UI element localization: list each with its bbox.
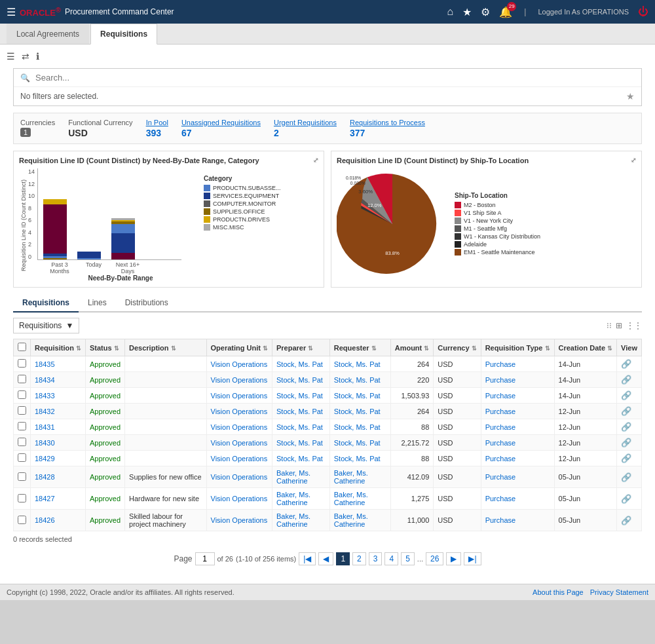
status-link[interactable]: Approved [90, 423, 121, 431]
settings-icon[interactable]: ⚙ [481, 6, 490, 18]
preparer-link[interactable]: Stock, Ms. Pat [276, 392, 323, 400]
row-checkbox-cell[interactable] [14, 372, 31, 388]
requester-link[interactable]: Baker, Ms. Catherine [334, 512, 368, 528]
home-icon[interactable]: ⌂ [447, 6, 454, 18]
stat-urgent-value[interactable]: 2 [274, 128, 337, 138]
status-link[interactable]: Approved [90, 360, 121, 368]
select-all-checkbox-header[interactable] [14, 339, 31, 356]
pagination-prev[interactable]: ◀ [318, 552, 333, 565]
row-checkbox[interactable] [18, 390, 26, 399]
status-link[interactable]: Approved [90, 439, 121, 447]
op-unit-link[interactable]: Vision Operations [211, 376, 268, 384]
stat-in-pool-value[interactable]: 393 [146, 128, 168, 138]
row-checkbox-cell[interactable] [14, 510, 31, 531]
pagination-page-26[interactable]: 26 [426, 552, 443, 565]
table-icon-1[interactable]: ⁝⁝ [607, 321, 612, 330]
power-icon[interactable]: ⏻ [638, 6, 648, 18]
select-all-checkbox[interactable] [18, 343, 26, 351]
pie-chart-expand-icon[interactable]: ⤢ [631, 157, 636, 164]
req-type-link[interactable]: Purchase [485, 360, 515, 368]
pagination-page-3[interactable]: 3 [369, 552, 383, 565]
bar-chart-expand-icon[interactable]: ⤢ [313, 157, 318, 164]
col-header-status[interactable]: Status ⇅ [85, 339, 124, 356]
row-checkbox[interactable] [18, 406, 26, 415]
requester-link[interactable]: Stock, Ms. Pat [334, 423, 381, 431]
preparer-link[interactable]: Baker, Ms. Catherine [276, 469, 310, 485]
req-type-link[interactable]: Purchase [485, 455, 515, 463]
row-checkbox-cell[interactable] [14, 356, 31, 372]
col-header-creation-date[interactable]: Creation Date ⇅ [554, 339, 617, 356]
page-input[interactable] [195, 552, 215, 565]
requester-link[interactable]: Baker, Ms. Catherine [334, 469, 368, 485]
row-checkbox-cell[interactable] [14, 451, 31, 466]
col-header-req-type[interactable]: Requisition Type ⇅ [481, 339, 554, 356]
col-header-requisition[interactable]: Requisition ⇅ [31, 339, 86, 356]
preparer-link[interactable]: Stock, Ms. Pat [276, 376, 323, 384]
row-checkbox-cell[interactable] [14, 466, 31, 488]
preparer-link[interactable]: Stock, Ms. Pat [276, 360, 323, 368]
pagination-page-5[interactable]: 5 [401, 552, 415, 565]
op-unit-link[interactable]: Vision Operations [211, 455, 268, 463]
stat-to-process-value[interactable]: 377 [350, 128, 425, 138]
preparer-link[interactable]: Stock, Ms. Pat [276, 455, 323, 463]
notifications-wrapper[interactable]: 🔔 29 [499, 6, 512, 18]
footer-privacy-statement[interactable]: Privacy Statement [590, 588, 648, 596]
status-link[interactable]: Approved [90, 473, 121, 481]
col-header-amount[interactable]: Amount ⇅ [390, 339, 434, 356]
search-input[interactable] [35, 73, 635, 83]
favorites-icon[interactable]: ★ [462, 6, 472, 18]
toolbar-menu-icon[interactable]: ☰ [7, 51, 15, 62]
req-link[interactable]: 18426 [35, 516, 55, 524]
requester-link[interactable]: Stock, Ms. Pat [334, 407, 381, 415]
stat-unassigned-value[interactable]: 67 [181, 128, 261, 138]
row-checkbox[interactable] [18, 422, 26, 430]
row-checkbox-cell[interactable] [14, 488, 31, 510]
op-unit-link[interactable]: Vision Operations [211, 473, 268, 481]
tab-local-agreements[interactable]: Local Agreements [7, 24, 89, 44]
requester-link[interactable]: Stock, Ms. Pat [334, 376, 381, 384]
op-unit-link[interactable]: Vision Operations [211, 495, 268, 502]
preparer-link[interactable]: Stock, Ms. Pat [276, 423, 323, 431]
req-link[interactable]: 18429 [35, 455, 55, 463]
row-checkbox-cell[interactable] [14, 419, 31, 435]
requester-link[interactable]: Stock, Ms. Pat [334, 392, 381, 400]
view-link[interactable]: 🔗 [621, 438, 631, 447]
col-header-requester[interactable]: Requester ⇅ [329, 339, 390, 356]
requester-link[interactable]: Stock, Ms. Pat [334, 455, 381, 463]
filter-favorites-icon[interactable]: ★ [626, 91, 635, 102]
preparer-link[interactable]: Baker, Ms. Catherine [276, 512, 310, 528]
footer-about-page[interactable]: About this Page [533, 588, 584, 596]
col-header-currency[interactable]: Currency ⇅ [434, 339, 481, 356]
op-unit-link[interactable]: Vision Operations [211, 407, 268, 415]
view-link[interactable]: 🔗 [621, 375, 631, 385]
view-link[interactable]: 🔗 [621, 516, 631, 525]
pagination-page-1[interactable]: 1 [336, 552, 350, 565]
requester-link[interactable]: Stock, Ms. Pat [334, 360, 381, 368]
status-link[interactable]: Approved [90, 516, 121, 524]
row-checkbox-cell[interactable] [14, 404, 31, 419]
requester-link[interactable]: Stock, Ms. Pat [334, 439, 381, 447]
op-unit-link[interactable]: Vision Operations [211, 360, 268, 368]
status-link[interactable]: Approved [90, 455, 121, 463]
req-link[interactable]: 18435 [35, 360, 55, 368]
op-unit-link[interactable]: Vision Operations [211, 423, 268, 431]
req-type-link[interactable]: Purchase [485, 376, 515, 384]
status-link[interactable]: Approved [90, 376, 121, 384]
row-checkbox[interactable] [18, 494, 26, 502]
row-checkbox[interactable] [18, 516, 26, 524]
toolbar-share-icon[interactable]: ⇄ [22, 51, 29, 62]
req-link[interactable]: 18434 [35, 376, 55, 384]
preparer-link[interactable]: Stock, Ms. Pat [276, 407, 323, 415]
status-link[interactable]: Approved [90, 407, 121, 415]
pagination-first[interactable]: |◀ [299, 552, 316, 565]
col-header-preparer[interactable]: Preparer ⇅ [272, 339, 329, 356]
req-link[interactable]: 18428 [35, 473, 55, 481]
preparer-link[interactable]: Stock, Ms. Pat [276, 439, 323, 447]
pagination-page-4[interactable]: 4 [384, 552, 398, 565]
section-tab-lines[interactable]: Lines [79, 294, 116, 311]
requester-link[interactable]: Baker, Ms. Catherine [334, 491, 368, 506]
req-link[interactable]: 18433 [35, 392, 55, 400]
view-link[interactable]: 🔗 [621, 453, 631, 463]
pagination-page-2[interactable]: 2 [352, 552, 366, 565]
req-type-link[interactable]: Purchase [485, 516, 515, 524]
